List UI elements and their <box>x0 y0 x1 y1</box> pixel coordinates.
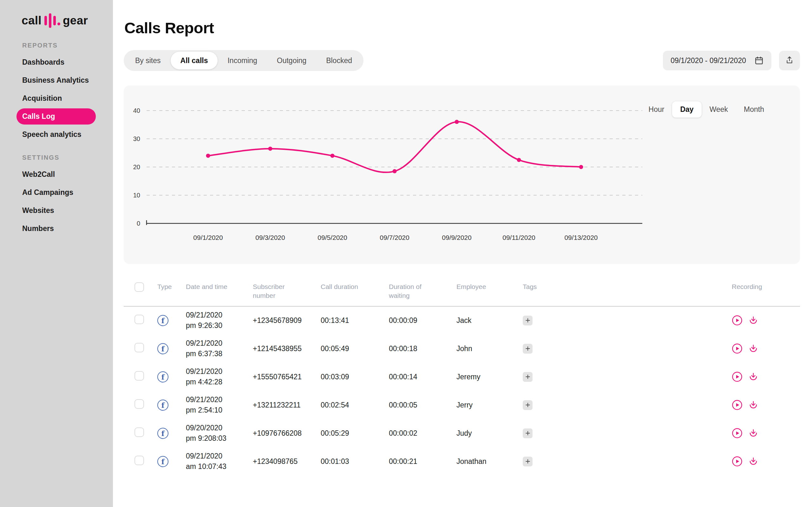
date-range-value: 09/1/2020 - 09/21/2020 <box>670 56 746 65</box>
waiting-duration: 00:00:18 <box>389 344 456 353</box>
sidebar-item-calls-log[interactable]: Calls Log <box>16 108 96 124</box>
sidebar-item-business-analytics[interactable]: Business Analytics <box>16 72 96 89</box>
row-checkbox[interactable] <box>135 315 144 324</box>
waiting-duration: 00:00:05 <box>389 401 456 409</box>
row-checkbox[interactable] <box>135 428 144 437</box>
calls-table: Type Date and time Subscriber number Cal… <box>124 282 800 475</box>
sidebar: call gear REPORTS Dashboards Business An… <box>0 0 113 507</box>
row-checkbox[interactable] <box>135 399 144 409</box>
row-checkbox[interactable] <box>135 343 144 352</box>
call-duration: 00:13:41 <box>321 316 389 325</box>
tab-outgoing[interactable]: Outgoing <box>267 52 316 69</box>
col-date-time: Date and time <box>186 282 253 291</box>
table-header: Type Date and time Subscriber number Cal… <box>124 282 800 306</box>
subscriber-number: +10976766208 <box>253 429 321 438</box>
download-recording-button[interactable] <box>748 400 759 410</box>
export-button[interactable] <box>779 51 800 70</box>
download-recording-button[interactable] <box>748 315 759 326</box>
add-tag-button[interactable] <box>523 316 532 326</box>
add-tag-button[interactable] <box>523 372 532 382</box>
select-all-checkbox[interactable] <box>135 282 144 292</box>
sidebar-item-acquisition[interactable]: Acquisition <box>16 90 96 107</box>
page-title: Calls Report <box>124 19 800 37</box>
add-tag-button[interactable] <box>523 344 532 354</box>
svg-text:10: 10 <box>133 192 140 199</box>
logo-dot-icon <box>57 22 60 25</box>
toolbar-right: 09/1/2020 - 09/21/2020 <box>663 51 800 70</box>
add-tag-button[interactable] <box>523 429 532 438</box>
sidebar-item-websites[interactable]: Websites <box>16 203 96 219</box>
granularity-month[interactable]: Month <box>736 101 772 118</box>
svg-text:20: 20 <box>133 164 140 170</box>
svg-text:09/11/2020: 09/11/2020 <box>502 234 536 241</box>
col-recording: Recording <box>732 282 800 291</box>
download-recording-button[interactable] <box>748 343 759 354</box>
download-recording-button[interactable] <box>748 372 759 382</box>
col-employee: Employee <box>456 282 523 291</box>
tab-incoming[interactable]: Incoming <box>217 52 267 69</box>
play-recording-button[interactable] <box>732 315 743 326</box>
svg-text:40: 40 <box>133 107 140 114</box>
svg-text:09/9/2020: 09/9/2020 <box>442 234 471 241</box>
granularity-day[interactable]: Day <box>672 101 701 118</box>
play-recording-button[interactable] <box>732 400 743 410</box>
svg-text:09/13/2020: 09/13/2020 <box>564 234 598 241</box>
call-datetime: 09/20/2020pm 9:208:03 <box>186 423 253 444</box>
facebook-icon: f <box>157 456 168 467</box>
call-duration: 00:02:54 <box>321 401 389 409</box>
call-duration: 00:05:29 <box>321 429 389 438</box>
tab-all-calls[interactable]: All calls <box>171 52 218 69</box>
logo-text-gear: gear <box>63 14 88 27</box>
col-type: Type <box>157 282 186 291</box>
table-row: f 09/21/2020pm 9:26:30 +12345678909 00:1… <box>124 306 800 335</box>
employee-name: John <box>456 344 523 353</box>
col-subscriber-number: Subscriber number <box>253 282 292 300</box>
play-recording-button[interactable] <box>732 372 743 382</box>
sidebar-item-dashboards[interactable]: Dashboards <box>16 54 96 70</box>
play-recording-button[interactable] <box>732 343 743 354</box>
svg-text:0: 0 <box>137 220 140 227</box>
subscriber-number: +12345678909 <box>253 316 321 325</box>
waiting-duration: 00:00:21 <box>389 457 456 466</box>
app-window: call gear REPORTS Dashboards Business An… <box>0 0 812 507</box>
call-duration: 00:01:03 <box>321 457 389 466</box>
sidebar-item-numbers[interactable]: Numbers <box>16 221 96 237</box>
sidebar-item-speech-analytics[interactable]: Speech analytics <box>16 126 96 143</box>
waiting-duration: 00:00:14 <box>389 373 456 381</box>
play-recording-button[interactable] <box>732 428 743 439</box>
granularity-week[interactable]: Week <box>702 101 736 118</box>
row-checkbox[interactable] <box>135 371 144 381</box>
call-datetime: 09/21/2020pm 2:54:10 <box>186 395 253 416</box>
col-duration-of-waiting: Duration of waiting <box>389 282 427 300</box>
add-tag-button[interactable] <box>523 400 532 410</box>
call-duration: 00:03:09 <box>321 373 389 381</box>
table-row: f 09/21/2020am 10:07:43 +1234098765 00:0… <box>124 447 800 475</box>
waiting-duration: 00:00:09 <box>389 316 456 325</box>
table-row: f 09/21/2020pm 6:37:38 +12145438955 00:0… <box>124 335 800 363</box>
logo-bars-icon <box>44 13 56 28</box>
granularity-hour[interactable]: Hour <box>641 101 672 118</box>
subscriber-number: +13211232211 <box>253 401 321 409</box>
employee-name: Jeremy <box>456 373 523 381</box>
date-range-picker[interactable]: 09/1/2020 - 09/21/2020 <box>663 51 771 70</box>
call-datetime: 09/21/2020am 10:07:43 <box>186 451 253 472</box>
sidebar-item-web2call[interactable]: Web2Call <box>16 166 96 182</box>
play-recording-button[interactable] <box>732 456 743 467</box>
tab-by-sites[interactable]: By sites <box>125 52 171 69</box>
svg-text:30: 30 <box>133 135 140 142</box>
download-recording-button[interactable] <box>748 456 759 467</box>
facebook-icon: f <box>157 428 168 439</box>
tab-blocked[interactable]: Blocked <box>316 52 362 69</box>
row-checkbox[interactable] <box>135 456 144 465</box>
table-row: f 09/20/2020pm 9:208:03 +10976766208 00:… <box>124 419 800 447</box>
export-icon <box>784 55 795 66</box>
callgear-logo: call gear <box>21 13 113 28</box>
call-datetime: 09/21/2020pm 4:42:28 <box>186 366 253 388</box>
add-tag-button[interactable] <box>523 457 532 466</box>
sidebar-nav: REPORTS Dashboards Business Analytics Ac… <box>0 42 113 237</box>
sidebar-item-ad-campaigns[interactable]: Ad Campaings <box>16 184 96 201</box>
facebook-icon: f <box>157 343 168 354</box>
toolbar: By sites All calls Incoming Outgoing Blo… <box>124 50 800 71</box>
download-recording-button[interactable] <box>748 428 759 439</box>
subscriber-number: +1234098765 <box>253 457 321 466</box>
